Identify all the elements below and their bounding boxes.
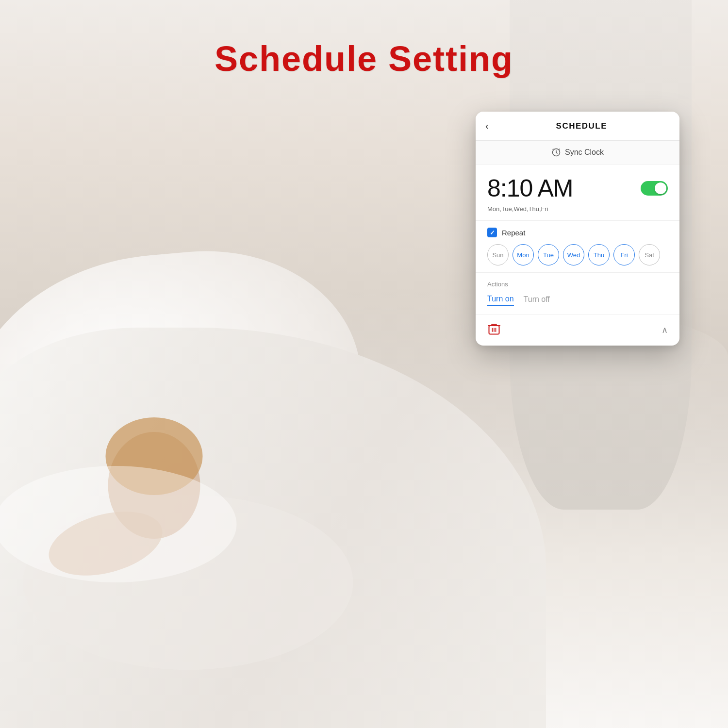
sync-clock-label: Sync Clock: [565, 148, 604, 157]
turn-off-button[interactable]: Turn off: [524, 293, 550, 306]
clock-icon: [551, 148, 561, 157]
checkmark-icon: ✓: [490, 229, 495, 236]
day-tue[interactable]: Tue: [538, 244, 559, 265]
day-thu[interactable]: Thu: [588, 244, 610, 265]
day-sat[interactable]: Sat: [639, 244, 660, 265]
days-row: SunMonTueWedThuFriSat: [487, 244, 668, 265]
time-display[interactable]: 8:10 AM: [487, 174, 573, 202]
bottom-bar: ∧: [476, 314, 679, 346]
actions-buttons: Turn on Turn off: [487, 293, 668, 306]
time-row: 8:10 AM: [487, 174, 668, 202]
active-days-label: Mon,Tue,Wed,Thu,Fri: [487, 205, 668, 213]
time-section: 8:10 AM Mon,Tue,Wed,Thu,Fri: [476, 165, 679, 221]
toggle-knob: [655, 182, 666, 194]
back-button[interactable]: ‹: [485, 120, 489, 132]
actions-section: Actions Turn on Turn off: [476, 273, 679, 314]
collapse-button[interactable]: ∧: [662, 325, 668, 335]
repeat-label: Repeat: [502, 229, 525, 237]
day-mon[interactable]: Mon: [513, 244, 534, 265]
repeat-section: ✓ Repeat SunMonTueWedThuFriSat: [476, 221, 679, 273]
delete-button[interactable]: [487, 322, 501, 338]
day-sun[interactable]: Sun: [487, 244, 509, 265]
day-fri[interactable]: Fri: [613, 244, 635, 265]
actions-label: Actions: [487, 281, 668, 288]
repeat-checkbox[interactable]: ✓: [487, 228, 497, 237]
app-card: ‹ SCHEDULE Sync Clock 8:10 AM Mon,Tue,We…: [476, 112, 679, 346]
sync-clock-row[interactable]: Sync Clock: [476, 141, 679, 165]
screen-title: SCHEDULE: [494, 121, 670, 131]
repeat-row: ✓ Repeat: [487, 228, 668, 237]
turn-on-button[interactable]: Turn on: [487, 293, 514, 306]
app-header: ‹ SCHEDULE: [476, 112, 679, 141]
day-wed[interactable]: Wed: [563, 244, 584, 265]
page-title: Schedule Setting: [0, 39, 728, 79]
power-toggle[interactable]: [641, 181, 668, 196]
